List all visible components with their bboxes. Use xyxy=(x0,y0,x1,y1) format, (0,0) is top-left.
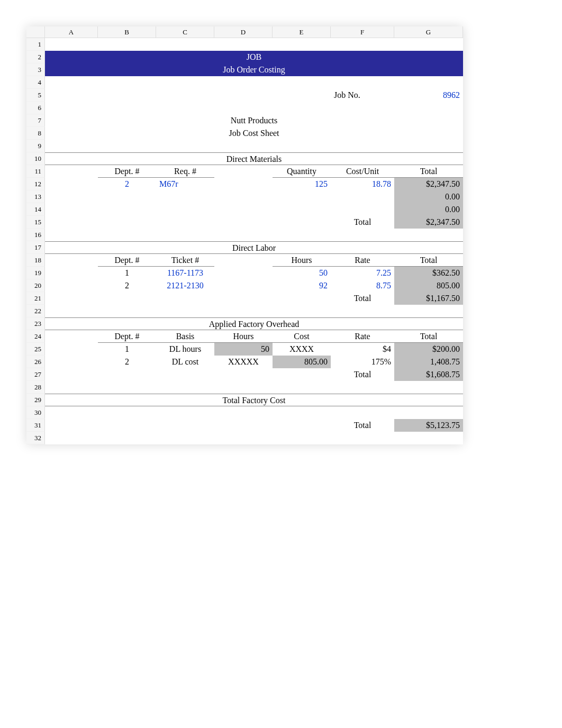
cell[interactable] xyxy=(98,102,156,114)
afo-header-basis[interactable]: Basis xyxy=(156,330,214,343)
row-header-28[interactable]: 28 xyxy=(26,381,45,394)
cell[interactable] xyxy=(214,368,273,381)
row-header-21[interactable]: 21 xyxy=(26,292,45,305)
cell[interactable] xyxy=(214,216,273,229)
afo-hours[interactable]: XXXXX xyxy=(214,356,273,368)
dm-header-total[interactable]: Total xyxy=(394,165,463,178)
row-header-13[interactable]: 13 xyxy=(26,190,45,203)
afo-header-total[interactable]: Total xyxy=(394,330,463,343)
dl-rate[interactable]: 8.75 xyxy=(331,279,394,292)
row-header-15[interactable]: 15 xyxy=(26,216,45,229)
cell[interactable] xyxy=(394,381,463,394)
row-header-12[interactable]: 12 xyxy=(26,178,45,190)
cell[interactable] xyxy=(394,76,463,89)
cell[interactable] xyxy=(45,330,98,343)
dm-dept[interactable]: 2 xyxy=(98,178,156,190)
cell[interactable] xyxy=(98,381,156,394)
dm-req[interactable]: M67r xyxy=(156,178,214,190)
cell[interactable] xyxy=(331,432,394,444)
cell[interactable] xyxy=(45,305,98,317)
cell[interactable] xyxy=(45,406,98,419)
afo-total[interactable]: $200.00 xyxy=(394,343,463,356)
cell[interactable] xyxy=(45,203,98,216)
dm-section-title[interactable]: Direct Materials xyxy=(45,152,463,165)
cell[interactable] xyxy=(98,368,156,381)
dl-hours[interactable]: 92 xyxy=(273,279,331,292)
dl-total[interactable]: 805.00 xyxy=(394,279,463,292)
dm-header-req[interactable]: Req. # xyxy=(156,165,214,178)
cell[interactable] xyxy=(331,406,394,419)
banner-title[interactable]: JOB xyxy=(45,51,463,63)
afo-rate[interactable]: $4 xyxy=(331,343,394,356)
cell[interactable] xyxy=(98,38,156,51)
col-header-f[interactable]: F xyxy=(331,26,394,38)
cell[interactable] xyxy=(214,203,273,216)
col-header-g[interactable]: G xyxy=(394,26,463,38)
cell[interactable] xyxy=(394,102,463,114)
dm-costunit[interactable]: 18.78 xyxy=(331,178,394,190)
cell[interactable] xyxy=(214,190,273,203)
cell[interactable] xyxy=(273,368,331,381)
cell[interactable] xyxy=(214,432,273,444)
cell[interactable] xyxy=(394,140,463,152)
cell[interactable] xyxy=(98,305,156,317)
cell[interactable] xyxy=(273,432,331,444)
dm-qty[interactable] xyxy=(273,190,331,203)
cell[interactable] xyxy=(156,140,214,152)
cell[interactable] xyxy=(45,38,98,51)
cell[interactable] xyxy=(45,343,98,356)
row-header-22[interactable]: 22 xyxy=(26,305,45,317)
row-header-16[interactable]: 16 xyxy=(26,229,45,241)
row-header-9[interactable]: 9 xyxy=(26,140,45,152)
afo-hours[interactable]: 50 xyxy=(214,343,273,356)
cell[interactable] xyxy=(273,216,331,229)
cell[interactable] xyxy=(394,432,463,444)
afo-header-dept[interactable]: Dept. # xyxy=(98,330,156,343)
row-header-3[interactable]: 3 xyxy=(26,63,45,76)
afo-header-cost[interactable]: Cost xyxy=(273,330,331,343)
cell[interactable] xyxy=(156,406,214,419)
cell[interactable] xyxy=(331,38,394,51)
cell[interactable] xyxy=(156,216,214,229)
tfc-section-title[interactable]: Total Factory Cost xyxy=(45,394,463,406)
row-header-19[interactable]: 19 xyxy=(26,267,45,279)
dl-header-dept[interactable]: Dept. # xyxy=(98,254,156,267)
cell[interactable] xyxy=(214,305,273,317)
row-header-17[interactable]: 17 xyxy=(26,241,45,254)
row-header-25[interactable]: 25 xyxy=(26,343,45,356)
row-header-5[interactable]: 5 xyxy=(26,89,45,102)
cell[interactable] xyxy=(45,165,98,178)
cell[interactable] xyxy=(98,229,156,241)
row-header-24[interactable]: 24 xyxy=(26,330,45,343)
afo-total-value[interactable]: $1,608.75 xyxy=(394,368,463,381)
cell[interactable] xyxy=(45,216,98,229)
afo-total[interactable]: 1,408.75 xyxy=(394,356,463,368)
jobno-value[interactable]: 8962 xyxy=(394,89,463,102)
row-header-29[interactable]: 29 xyxy=(26,394,45,406)
dl-total-label[interactable]: Total xyxy=(331,292,394,305)
dm-total[interactable]: $2,347.50 xyxy=(394,178,463,190)
cell[interactable] xyxy=(156,38,214,51)
cell[interactable] xyxy=(214,419,273,432)
dm-costunit[interactable] xyxy=(331,190,394,203)
cell[interactable] xyxy=(331,140,394,152)
cell[interactable] xyxy=(45,267,98,279)
cell[interactable] xyxy=(156,292,214,305)
cell[interactable] xyxy=(273,305,331,317)
col-header-b[interactable]: B xyxy=(98,26,156,38)
row-header-30[interactable]: 30 xyxy=(26,406,45,419)
tfc-total-label[interactable]: Total xyxy=(331,419,394,432)
dl-header-ticket[interactable]: Ticket # xyxy=(156,254,214,267)
col-header-a[interactable]: A xyxy=(45,26,98,38)
cell[interactable] xyxy=(273,419,331,432)
dm-total[interactable]: 0.00 xyxy=(394,203,463,216)
cell[interactable] xyxy=(45,102,98,114)
row-header-4[interactable]: 4 xyxy=(26,76,45,89)
row-header-14[interactable]: 14 xyxy=(26,203,45,216)
cell[interactable] xyxy=(156,381,214,394)
cell[interactable] xyxy=(45,254,98,267)
tfc-total-value[interactable]: $5,123.75 xyxy=(394,419,463,432)
dm-header-costunit[interactable]: Cost/Unit xyxy=(331,165,394,178)
cell[interactable] xyxy=(331,381,394,394)
dm-qty[interactable]: 125 xyxy=(273,178,331,190)
